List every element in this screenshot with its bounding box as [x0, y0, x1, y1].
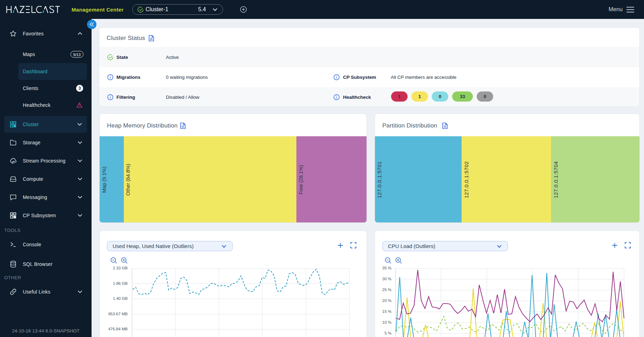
- svg-text:127.0.0.1:5702: 127.0.0.1:5702: [463, 161, 469, 198]
- svg-text:Free (26.1%): Free (26.1%): [298, 165, 304, 195]
- svg-text:127.0.0.1:5704: 127.0.0.1:5704: [553, 161, 559, 198]
- svg-text:Map (9.1%): Map (9.1%): [101, 167, 107, 193]
- svg-text:127.0.0.1:5701: 127.0.0.1:5701: [376, 161, 382, 198]
- svg-text:Other (64.8%): Other (64.8%): [125, 164, 131, 195]
